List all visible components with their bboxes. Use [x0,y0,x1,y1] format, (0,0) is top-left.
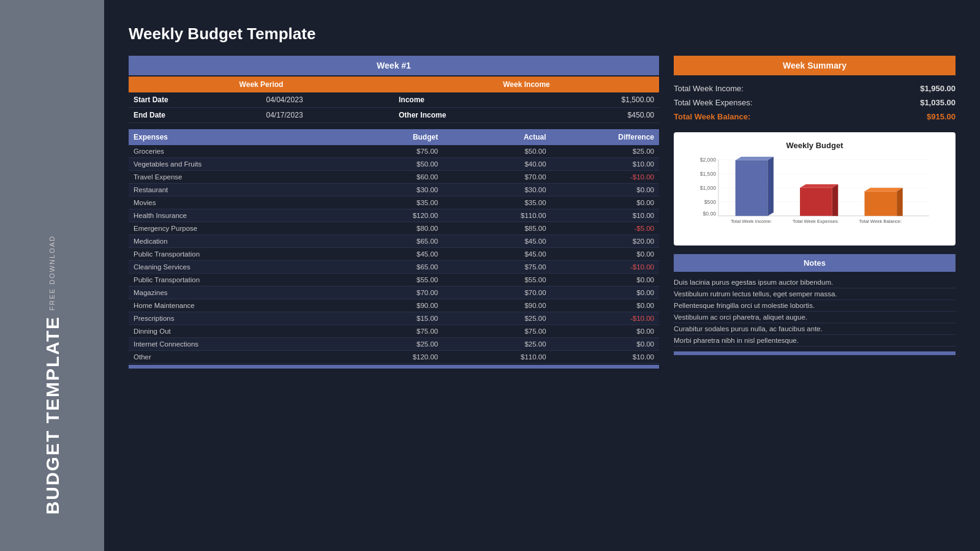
list-item: Duis lacinia purus egestas ipsum auctor … [674,277,956,288]
expense-name: Dinning Out [129,325,335,337]
table-row: Public Transportation $45.00 $45.00 $0.0… [129,248,659,261]
expense-actual: $90.00 [443,299,551,312]
expense-budget: $45.00 [335,248,443,260]
svg-marker-19 [897,188,903,216]
expense-actual: $40.00 [443,158,551,170]
right-panel: Week Summary Total Week Income: $1,950.0… [674,56,956,369]
svg-rect-14 [800,188,832,216]
expense-diff: -$10.00 [551,171,659,183]
expense-budget: $30.00 [335,184,443,196]
expense-diff: $20.00 [551,235,659,247]
expense-budget: $80.00 [335,222,443,234]
table-row: Health Insurance $120.00 $110.00 $10.00 [129,209,659,222]
expense-name: Internet Connections [129,338,335,350]
start-date-row: Start Date 04/04/2023 Income $1,500.00 [129,92,659,108]
period-income-header: Week Period Week Income [129,77,659,92]
expense-name: Prescriptions [129,312,335,324]
expense-diff: $10.00 [551,351,659,363]
end-date-row: End Date 04/17/2023 Other Income $450.00 [129,108,659,123]
expense-budget: $75.00 [335,145,443,157]
sidebar-free-download: FREE DOWNLOAD [48,235,56,310]
expense-budget: $70.00 [335,287,443,299]
table-row: Prescriptions $15.00 $25.00 -$10.00 [129,312,659,325]
expense-diff: $10.00 [551,158,659,170]
expense-name: Travel Expense [129,171,335,183]
table-row: Travel Expense $60.00 $70.00 -$10.00 [129,171,659,184]
table-row: Restaurant $30.00 $30.00 $0.00 [129,184,659,197]
svg-rect-11 [736,160,768,216]
end-date-value: 04/17/2023 [262,108,394,122]
income-label: Income [394,92,527,107]
other-income-label: Other Income [394,108,527,122]
summary-balance-value: $915.00 [927,112,956,121]
expense-diff: $0.00 [551,248,659,260]
summary-income-value: $1,950.00 [920,84,956,93]
expense-budget: $65.00 [335,235,443,247]
table-row: Public Transportation $55.00 $55.00 $0.0… [129,274,659,287]
svg-marker-18 [864,188,902,192]
expense-name: Restaurant [129,184,335,196]
expense-diff: $0.00 [551,299,659,312]
expense-name: Groceries [129,145,335,157]
svg-marker-13 [767,157,774,216]
expense-diff: $0.00 [551,287,659,299]
start-date-value: 04/04/2023 [262,92,394,107]
list-item: Curabitur sodales purus nulla, ac faucib… [674,323,956,335]
expense-budget: $120.00 [335,351,443,363]
summary-income-label: Total Week Income: [674,84,744,93]
expense-actual: $75.00 [443,325,551,337]
week-summary-header: Week Summary [674,56,956,75]
expense-actual: $85.00 [443,222,551,234]
date-income-rows: Start Date 04/04/2023 Income $1,500.00 E… [129,92,659,123]
expense-diff: -$10.00 [551,261,659,273]
expense-name: Home Maintenance [129,299,335,312]
expense-name: Movies [129,197,335,209]
svg-text:Total Week Balance:: Total Week Balance: [859,219,902,224]
expense-name: Health Insurance [129,209,335,222]
expense-diff: -$5.00 [551,222,659,234]
expense-actual: $55.00 [443,274,551,286]
expense-actual: $25.00 [443,338,551,350]
table-row: Emergency Purpose $80.00 $85.00 -$5.00 [129,222,659,235]
col-diff-header: Difference [551,129,659,145]
left-panel: Week #1 Week Period Week Income Start Da… [129,56,659,369]
chart-container: Weekly Budget $2,000 $1,500 $1,000 $500 … [674,132,956,246]
col-actual-header: Actual [443,129,551,145]
expense-actual: $30.00 [443,184,551,196]
expense-budget: $60.00 [335,171,443,183]
expense-actual: $110.00 [443,351,551,363]
expense-name: Other [129,351,335,363]
expense-diff: $0.00 [551,197,659,209]
col-name-header: Expenses [129,129,335,145]
expense-budget: $50.00 [335,158,443,170]
svg-text:Total Week Income:: Total Week Income: [731,219,772,224]
expense-actual: $75.00 [443,261,551,273]
svg-marker-16 [832,184,839,216]
list-item: Pellentesque fringilla orci ut molestie … [674,300,956,312]
svg-text:$0.00: $0.00 [703,211,716,217]
table-row: Internet Connections $25.00 $25.00 $0.00 [129,338,659,351]
expense-diff: $10.00 [551,209,659,222]
table-row: Cleaning Services $65.00 $75.00 -$10.00 [129,261,659,274]
table-row: Home Maintenance $90.00 $90.00 $0.00 [129,299,659,312]
expense-actual: $25.00 [443,312,551,324]
chart-title: Weekly Budget [682,141,947,150]
table-row: Movies $35.00 $35.00 $0.00 [129,197,659,209]
svg-text:$2,000: $2,000 [700,157,717,163]
notes-bottom-bar [674,351,956,355]
expense-diff: $0.00 [551,338,659,350]
expense-diff: $0.00 [551,184,659,196]
table-row: Other $120.00 $110.00 $10.00 [129,351,659,364]
expense-name: Public Transportation [129,274,335,286]
svg-rect-17 [864,191,897,216]
week-header: Week #1 [129,56,659,75]
expense-actual: $110.00 [443,209,551,222]
start-date-label: Start Date [129,92,262,107]
list-item: Morbi pharetra nibh in nisl pellentesque… [674,335,956,347]
summary-expenses-label: Total Week Expenses: [674,98,752,107]
expense-actual: $45.00 [443,235,551,247]
summary-balance-label: Total Week Balance: [674,112,750,121]
expense-budget: $35.00 [335,197,443,209]
expense-rows: Groceries $75.00 $50.00 $25.00 Vegetable… [129,145,659,364]
summary-expenses-value: $1,035.00 [920,98,956,107]
